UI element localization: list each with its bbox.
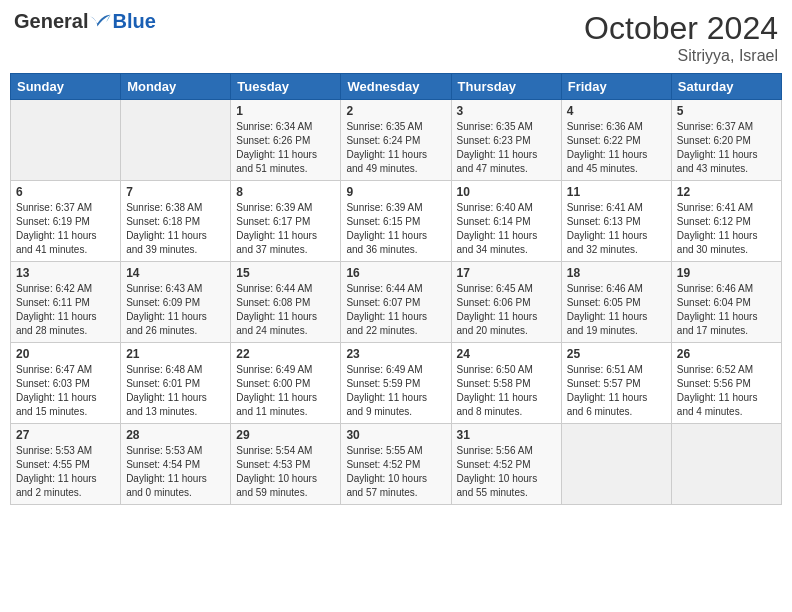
- calendar-cell: 5Sunrise: 6:37 AM Sunset: 6:20 PM Daylig…: [671, 100, 781, 181]
- day-number: 9: [346, 185, 445, 199]
- day-number: 26: [677, 347, 776, 361]
- calendar-cell: 20Sunrise: 6:47 AM Sunset: 6:03 PM Dayli…: [11, 343, 121, 424]
- calendar-cell: [121, 100, 231, 181]
- day-detail: Sunrise: 5:55 AM Sunset: 4:52 PM Dayligh…: [346, 444, 445, 500]
- day-detail: Sunrise: 6:35 AM Sunset: 6:23 PM Dayligh…: [457, 120, 556, 176]
- calendar-cell: 3Sunrise: 6:35 AM Sunset: 6:23 PM Daylig…: [451, 100, 561, 181]
- calendar-cell: 10Sunrise: 6:40 AM Sunset: 6:14 PM Dayli…: [451, 181, 561, 262]
- day-detail: Sunrise: 5:53 AM Sunset: 4:55 PM Dayligh…: [16, 444, 115, 500]
- day-detail: Sunrise: 6:40 AM Sunset: 6:14 PM Dayligh…: [457, 201, 556, 257]
- day-number: 18: [567, 266, 666, 280]
- calendar-cell: 17Sunrise: 6:45 AM Sunset: 6:06 PM Dayli…: [451, 262, 561, 343]
- calendar-cell: [11, 100, 121, 181]
- location-title: Sitriyya, Israel: [584, 47, 778, 65]
- calendar-cell: 26Sunrise: 6:52 AM Sunset: 5:56 PM Dayli…: [671, 343, 781, 424]
- calendar-cell: 9Sunrise: 6:39 AM Sunset: 6:15 PM Daylig…: [341, 181, 451, 262]
- day-of-week-header: Tuesday: [231, 74, 341, 100]
- day-number: 11: [567, 185, 666, 199]
- day-number: 25: [567, 347, 666, 361]
- calendar-cell: 24Sunrise: 6:50 AM Sunset: 5:58 PM Dayli…: [451, 343, 561, 424]
- day-detail: Sunrise: 6:46 AM Sunset: 6:05 PM Dayligh…: [567, 282, 666, 338]
- calendar-cell: [671, 424, 781, 505]
- day-number: 16: [346, 266, 445, 280]
- logo-blue-text: Blue: [112, 10, 155, 33]
- calendar-cell: 19Sunrise: 6:46 AM Sunset: 6:04 PM Dayli…: [671, 262, 781, 343]
- calendar-cell: 6Sunrise: 6:37 AM Sunset: 6:19 PM Daylig…: [11, 181, 121, 262]
- day-of-week-header: Friday: [561, 74, 671, 100]
- calendar-week-row: 20Sunrise: 6:47 AM Sunset: 6:03 PM Dayli…: [11, 343, 782, 424]
- day-detail: Sunrise: 6:42 AM Sunset: 6:11 PM Dayligh…: [16, 282, 115, 338]
- day-detail: Sunrise: 6:35 AM Sunset: 6:24 PM Dayligh…: [346, 120, 445, 176]
- day-detail: Sunrise: 6:46 AM Sunset: 6:04 PM Dayligh…: [677, 282, 776, 338]
- calendar-cell: 8Sunrise: 6:39 AM Sunset: 6:17 PM Daylig…: [231, 181, 341, 262]
- day-detail: Sunrise: 6:52 AM Sunset: 5:56 PM Dayligh…: [677, 363, 776, 419]
- day-of-week-header: Wednesday: [341, 74, 451, 100]
- calendar-cell: 23Sunrise: 6:49 AM Sunset: 5:59 PM Dayli…: [341, 343, 451, 424]
- day-detail: Sunrise: 6:37 AM Sunset: 6:19 PM Dayligh…: [16, 201, 115, 257]
- calendar-cell: 28Sunrise: 5:53 AM Sunset: 4:54 PM Dayli…: [121, 424, 231, 505]
- day-number: 28: [126, 428, 225, 442]
- calendar-cell: 30Sunrise: 5:55 AM Sunset: 4:52 PM Dayli…: [341, 424, 451, 505]
- day-number: 24: [457, 347, 556, 361]
- day-number: 20: [16, 347, 115, 361]
- day-of-week-header: Thursday: [451, 74, 561, 100]
- title-block: October 2024 Sitriyya, Israel: [584, 10, 778, 65]
- day-detail: Sunrise: 6:43 AM Sunset: 6:09 PM Dayligh…: [126, 282, 225, 338]
- logo: General Blue: [14, 10, 156, 33]
- calendar-week-row: 27Sunrise: 5:53 AM Sunset: 4:55 PM Dayli…: [11, 424, 782, 505]
- day-detail: Sunrise: 6:49 AM Sunset: 6:00 PM Dayligh…: [236, 363, 335, 419]
- day-detail: Sunrise: 6:50 AM Sunset: 5:58 PM Dayligh…: [457, 363, 556, 419]
- day-detail: Sunrise: 6:39 AM Sunset: 6:17 PM Dayligh…: [236, 201, 335, 257]
- day-number: 13: [16, 266, 115, 280]
- day-detail: Sunrise: 6:44 AM Sunset: 6:07 PM Dayligh…: [346, 282, 445, 338]
- calendar-cell: 12Sunrise: 6:41 AM Sunset: 6:12 PM Dayli…: [671, 181, 781, 262]
- calendar-cell: 15Sunrise: 6:44 AM Sunset: 6:08 PM Dayli…: [231, 262, 341, 343]
- day-detail: Sunrise: 6:34 AM Sunset: 6:26 PM Dayligh…: [236, 120, 335, 176]
- day-detail: Sunrise: 6:47 AM Sunset: 6:03 PM Dayligh…: [16, 363, 115, 419]
- calendar-cell: 31Sunrise: 5:56 AM Sunset: 4:52 PM Dayli…: [451, 424, 561, 505]
- day-detail: Sunrise: 6:49 AM Sunset: 5:59 PM Dayligh…: [346, 363, 445, 419]
- calendar-week-row: 1Sunrise: 6:34 AM Sunset: 6:26 PM Daylig…: [11, 100, 782, 181]
- day-detail: Sunrise: 6:37 AM Sunset: 6:20 PM Dayligh…: [677, 120, 776, 176]
- day-detail: Sunrise: 6:48 AM Sunset: 6:01 PM Dayligh…: [126, 363, 225, 419]
- calendar-cell: 18Sunrise: 6:46 AM Sunset: 6:05 PM Dayli…: [561, 262, 671, 343]
- day-number: 15: [236, 266, 335, 280]
- day-number: 8: [236, 185, 335, 199]
- calendar-table: SundayMondayTuesdayWednesdayThursdayFrid…: [10, 73, 782, 505]
- day-of-week-header: Monday: [121, 74, 231, 100]
- day-number: 29: [236, 428, 335, 442]
- day-number: 12: [677, 185, 776, 199]
- day-number: 6: [16, 185, 115, 199]
- month-title: October 2024: [584, 10, 778, 47]
- logo-general-text: General: [14, 10, 88, 33]
- calendar-cell: 14Sunrise: 6:43 AM Sunset: 6:09 PM Dayli…: [121, 262, 231, 343]
- calendar-cell: 25Sunrise: 6:51 AM Sunset: 5:57 PM Dayli…: [561, 343, 671, 424]
- day-number: 17: [457, 266, 556, 280]
- calendar-cell: 27Sunrise: 5:53 AM Sunset: 4:55 PM Dayli…: [11, 424, 121, 505]
- day-number: 4: [567, 104, 666, 118]
- day-number: 10: [457, 185, 556, 199]
- day-number: 31: [457, 428, 556, 442]
- calendar-cell: 29Sunrise: 5:54 AM Sunset: 4:53 PM Dayli…: [231, 424, 341, 505]
- day-number: 22: [236, 347, 335, 361]
- calendar-cell: 4Sunrise: 6:36 AM Sunset: 6:22 PM Daylig…: [561, 100, 671, 181]
- calendar-cell: [561, 424, 671, 505]
- day-number: 14: [126, 266, 225, 280]
- day-number: 5: [677, 104, 776, 118]
- logo-bird-icon: [90, 13, 112, 31]
- day-number: 23: [346, 347, 445, 361]
- day-detail: Sunrise: 6:38 AM Sunset: 6:18 PM Dayligh…: [126, 201, 225, 257]
- day-detail: Sunrise: 5:53 AM Sunset: 4:54 PM Dayligh…: [126, 444, 225, 500]
- calendar-cell: 11Sunrise: 6:41 AM Sunset: 6:13 PM Dayli…: [561, 181, 671, 262]
- day-detail: Sunrise: 5:56 AM Sunset: 4:52 PM Dayligh…: [457, 444, 556, 500]
- calendar-cell: 1Sunrise: 6:34 AM Sunset: 6:26 PM Daylig…: [231, 100, 341, 181]
- calendar-cell: 16Sunrise: 6:44 AM Sunset: 6:07 PM Dayli…: [341, 262, 451, 343]
- day-detail: Sunrise: 6:36 AM Sunset: 6:22 PM Dayligh…: [567, 120, 666, 176]
- day-of-week-header: Sunday: [11, 74, 121, 100]
- day-number: 30: [346, 428, 445, 442]
- day-number: 2: [346, 104, 445, 118]
- day-number: 21: [126, 347, 225, 361]
- calendar-cell: 2Sunrise: 6:35 AM Sunset: 6:24 PM Daylig…: [341, 100, 451, 181]
- calendar-cell: 22Sunrise: 6:49 AM Sunset: 6:00 PM Dayli…: [231, 343, 341, 424]
- calendar-cell: 21Sunrise: 6:48 AM Sunset: 6:01 PM Dayli…: [121, 343, 231, 424]
